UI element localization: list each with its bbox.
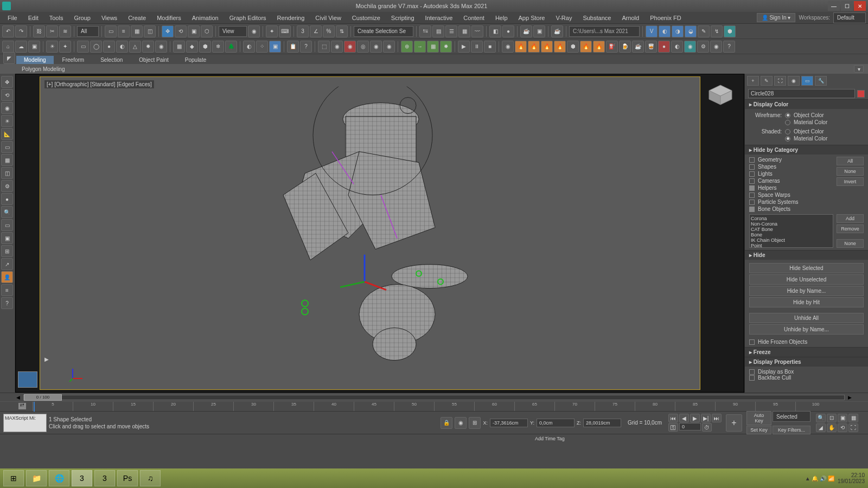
plugin-list[interactable]: CoronaNon-CoronaCAT BoneBoneIK Chain Obj… bbox=[749, 214, 833, 248]
time-config-button[interactable]: ⏱ bbox=[702, 423, 712, 432]
select-button[interactable]: ▭ bbox=[105, 25, 117, 37]
signin-button[interactable]: 👤 Sign In ▾ bbox=[757, 13, 796, 22]
help-button[interactable]: ? bbox=[723, 41, 735, 53]
tb2-26[interactable]: ◎ bbox=[357, 41, 369, 53]
align-button[interactable]: ▤ bbox=[432, 25, 444, 37]
vray-button-6[interactable]: ↯ bbox=[711, 25, 723, 37]
select-name-button[interactable]: ≡ bbox=[118, 25, 130, 37]
ribbon-opt-1[interactable]: ▾ bbox=[854, 65, 864, 73]
cat-check-cameras[interactable] bbox=[749, 178, 755, 184]
goto-start-button[interactable]: ⏮ bbox=[668, 414, 678, 422]
display-box-check[interactable] bbox=[749, 369, 755, 375]
pause-button[interactable]: ⏸ bbox=[471, 41, 483, 53]
tb2-52[interactable]: ◉ bbox=[710, 41, 722, 53]
hide-btn-5[interactable]: Unhide by Name... bbox=[749, 324, 864, 335]
menu-arnold[interactable]: Arnold bbox=[616, 12, 644, 23]
tb2-3[interactable]: ▣ bbox=[28, 41, 40, 53]
layers-button[interactable]: ☰ bbox=[445, 25, 457, 37]
manipulate-button[interactable]: ✦ bbox=[266, 25, 278, 37]
system-clock[interactable]: 22:10 19/01/2023 bbox=[838, 472, 865, 484]
tb2-13[interactable]: ▦ bbox=[173, 41, 185, 53]
tb2-28[interactable]: ◉ bbox=[383, 41, 395, 53]
prev-frame-button[interactable]: ◀ bbox=[679, 414, 689, 422]
rollout-freeze[interactable]: ▸ Freeze bbox=[745, 348, 868, 357]
menu-app-store[interactable]: App Store bbox=[513, 12, 551, 23]
mesh-object[interactable] bbox=[251, 87, 489, 369]
tb2-22[interactable]: ? bbox=[300, 41, 312, 53]
tb2-36[interactable]: ◉ bbox=[502, 41, 514, 53]
lock-selection-button[interactable]: 🔒 bbox=[441, 417, 452, 429]
hierarchy-tab[interactable]: ⛶ bbox=[774, 76, 786, 86]
ribbon-tab-modeling[interactable]: Modeling bbox=[16, 56, 54, 64]
zoom-all-button[interactable]: ⊡ bbox=[827, 414, 837, 422]
time-slider-track[interactable]: 0 / 100 bbox=[23, 395, 845, 400]
lt-help[interactable]: ? bbox=[1, 297, 13, 309]
vray-button-7[interactable]: ⬢ bbox=[724, 25, 736, 37]
tb2-5[interactable]: ✦ bbox=[59, 41, 71, 53]
redo-button[interactable]: ↷ bbox=[15, 25, 27, 37]
isolate-button[interactable]: ◉ bbox=[455, 417, 467, 429]
photoshop-task[interactable]: Ps bbox=[117, 470, 138, 486]
vray-button-5[interactable]: ✎ bbox=[698, 25, 710, 37]
lt-7[interactable]: ▦ bbox=[1, 154, 13, 166]
menu-help[interactable]: Help bbox=[490, 12, 513, 23]
menu-modifiers[interactable]: Modifiers bbox=[151, 12, 187, 23]
play-anim-button[interactable]: ▶ bbox=[690, 414, 700, 422]
tb2-14[interactable]: ◆ bbox=[186, 41, 198, 53]
zoom-button[interactable]: 🔍 bbox=[816, 414, 826, 422]
coord-x-input[interactable] bbox=[490, 419, 528, 427]
tb2-6[interactable]: ▭ bbox=[77, 41, 89, 53]
viewport[interactable]: [+] [Orthographic] [Standard] [Edged Fac… bbox=[40, 76, 700, 390]
tb2-32[interactable]: ✹ bbox=[440, 41, 452, 53]
modify-tab[interactable]: ✎ bbox=[761, 76, 773, 86]
ref-coord-dropdown[interactable]: View bbox=[219, 26, 247, 37]
cat-none-button[interactable]: None bbox=[837, 167, 864, 176]
lt-2[interactable]: ⟲ bbox=[1, 89, 13, 101]
tb2-50[interactable]: ◉ bbox=[684, 41, 696, 53]
next-frame-button[interactable]: ▶| bbox=[701, 414, 711, 422]
maximize-viewport-button[interactable]: ⛶ bbox=[848, 423, 858, 432]
maximize-button[interactable]: ☐ bbox=[841, 1, 853, 11]
coord-display-button[interactable]: ⊞ bbox=[469, 417, 481, 429]
window-crossing-button[interactable]: ◫ bbox=[144, 25, 156, 37]
percent-snap-button[interactable]: % bbox=[323, 25, 335, 37]
plugin-none-button[interactable]: None bbox=[837, 239, 864, 248]
motion-tab[interactable]: ◉ bbox=[788, 76, 800, 86]
menu-scripting[interactable]: Scripting bbox=[386, 12, 420, 23]
tb2-18[interactable]: ◐ bbox=[243, 41, 255, 53]
menu-v-ray[interactable]: V-Ray bbox=[550, 12, 577, 23]
zoom-extents-all-button[interactable]: ▦ bbox=[848, 414, 858, 422]
tb2-25[interactable]: ◉ bbox=[344, 41, 356, 53]
scale-button[interactable]: ▣ bbox=[188, 25, 200, 37]
vray-button-4[interactable]: ◒ bbox=[685, 25, 697, 37]
plugin-add-button[interactable]: Add bbox=[837, 214, 864, 223]
tb2-45[interactable]: 🍺 bbox=[619, 41, 631, 53]
3dsmax-task-1[interactable]: 3 bbox=[72, 470, 92, 486]
menu-civil-view[interactable]: Civil View bbox=[310, 12, 346, 23]
chrome-task[interactable]: 🌐 bbox=[49, 470, 69, 486]
hide-btn-3[interactable]: Hide by Hit bbox=[749, 297, 864, 307]
menu-phoenix-fd[interactable]: Phoenix FD bbox=[644, 12, 686, 23]
spotify-task[interactable]: ♫ bbox=[140, 470, 161, 486]
keyboard-shortcut-button[interactable]: ⌨ bbox=[279, 25, 291, 37]
tb2-9[interactable]: ◐ bbox=[116, 41, 128, 53]
cat-check-helpers[interactable] bbox=[749, 185, 755, 191]
project-path-input[interactable] bbox=[569, 26, 640, 37]
tb2-1[interactable]: ⌂ bbox=[2, 41, 14, 53]
tb2-21[interactable]: 📋 bbox=[287, 41, 299, 53]
cat-check-lights[interactable] bbox=[749, 171, 755, 177]
render-button[interactable]: ☕ bbox=[551, 25, 563, 37]
frame-input[interactable] bbox=[679, 423, 701, 431]
tb2-8[interactable]: ● bbox=[103, 41, 115, 53]
ribbon-toggle[interactable]: ◤ bbox=[3, 52, 15, 64]
cat-check-shapes[interactable] bbox=[749, 164, 755, 170]
vray-button-3[interactable]: ◑ bbox=[672, 25, 684, 37]
hide-btn-4[interactable]: Unhide All bbox=[749, 313, 864, 323]
angle-snap-button[interactable]: ∠ bbox=[310, 25, 322, 37]
select-region-button[interactable]: ▦ bbox=[131, 25, 143, 37]
rollout-hide-category[interactable]: ▸ Hide by Category bbox=[745, 145, 868, 155]
fov-button[interactable]: ◢ bbox=[816, 423, 826, 432]
set-key-button[interactable]: Set Key bbox=[746, 426, 771, 434]
menu-group[interactable]: Group bbox=[68, 12, 96, 23]
tb2-12[interactable]: ◉ bbox=[155, 41, 167, 53]
